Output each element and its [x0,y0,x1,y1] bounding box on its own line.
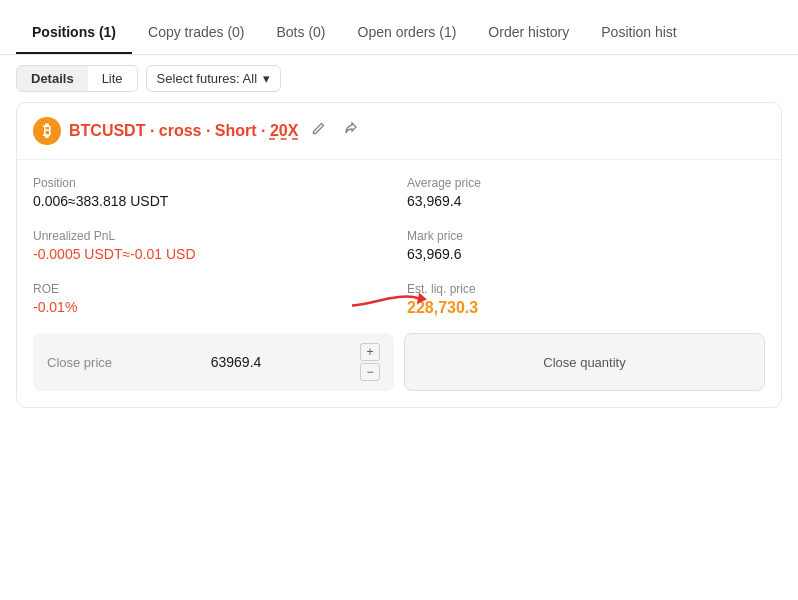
lite-button[interactable]: Lite [88,66,137,91]
close-price-label: Close price [47,355,112,370]
est-liq-label: Est. liq. price [407,282,765,296]
toolbar: Details Lite Select futures: All ▾ [0,55,798,102]
edit-button[interactable] [306,119,330,143]
position-field: Position 0.006≈383.818 USDT [33,176,391,209]
position-grid: Position 0.006≈383.818 USDT Average pric… [33,176,765,262]
est-liq-value: 228,730.3 [407,299,765,317]
close-price-field: Close price 63969.4 + − [33,333,394,391]
card-body: Position 0.006≈383.818 USDT Average pric… [17,160,781,407]
close-row: Close price 63969.4 + − Close quantity [33,333,765,391]
unrealized-pnl-field: Unrealized PnL -0.0005 USDT≈-0.01 USD [33,229,391,262]
share-button[interactable] [338,119,362,143]
est-liq-field: Est. liq. price 228,730.3 [407,282,765,317]
price-decrease-button[interactable]: − [360,363,380,381]
roe-label: ROE [33,282,391,296]
tab-position-history[interactable]: Position hist [585,10,685,54]
mark-price-field: Mark price 63,969.6 [407,229,765,262]
position-value: 0.006≈383.818 USDT [33,193,391,209]
avg-price-field: Average price 63,969.4 [407,176,765,209]
tab-copy-trades[interactable]: Copy trades (0) [132,10,260,54]
position-label: Position [33,176,391,190]
tab-positions[interactable]: Positions (1) [16,10,132,54]
mark-price-value: 63,969.6 [407,246,765,262]
unrealized-pnl-label: Unrealized PnL [33,229,391,243]
tab-open-orders[interactable]: Open orders (1) [342,10,473,54]
tabs-bar: Positions (1) Copy trades (0) Bots (0) O… [0,10,798,55]
avg-price-label: Average price [407,176,765,190]
red-arrow [347,283,427,316]
avg-price-value: 63,969.4 [407,193,765,209]
card-header: ₿ BTCUSDT · cross · Short · 20X [17,103,781,160]
details-button[interactable]: Details [17,66,88,91]
pair-label: BTCUSDT · cross · Short · 20X [69,122,298,140]
view-toggle: Details Lite [16,65,138,92]
roe-value: -0.01% [33,299,391,315]
price-stepper: + − [360,343,380,381]
position-card: ₿ BTCUSDT · cross · Short · 20X Position… [16,102,782,408]
price-increase-button[interactable]: + [360,343,380,361]
btc-icon: ₿ [33,117,61,145]
close-price-value: 63969.4 [211,354,262,370]
roe-row: ROE -0.01% Est. liq. price 228,730.3 [33,282,765,317]
roe-field: ROE -0.01% [33,282,391,317]
mark-price-label: Mark price [407,229,765,243]
leverage-badge: 20X [270,122,298,139]
close-quantity-button[interactable]: Close quantity [404,333,765,391]
chevron-down-icon: ▾ [263,71,270,86]
tab-bots[interactable]: Bots (0) [261,10,342,54]
svg-marker-0 [417,292,427,303]
futures-select[interactable]: Select futures: All ▾ [146,65,281,92]
tab-order-history[interactable]: Order history [472,10,585,54]
unrealized-pnl-value: -0.0005 USDT≈-0.01 USD [33,246,391,262]
